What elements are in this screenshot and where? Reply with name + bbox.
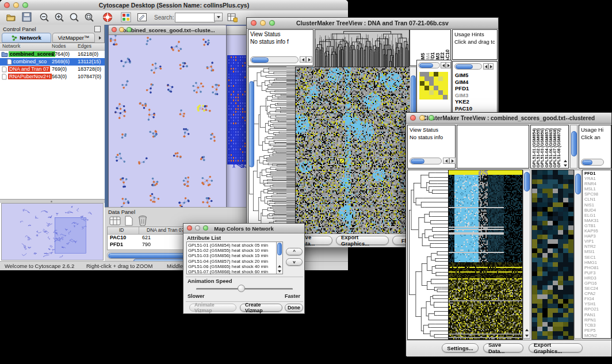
settings-button[interactable]: Settings... <box>442 343 479 352</box>
scroll-left-button[interactable] <box>483 63 488 70</box>
treeview1-titlebar[interactable]: ClusterMaker TreeView : DNA and Tran 07-… <box>247 18 498 29</box>
animate-vizmap-button[interactable]: Animate Vizmap <box>189 304 236 312</box>
gene-label[interactable]: PAC10 <box>455 105 472 112</box>
minimize-icon[interactable] <box>419 115 425 121</box>
gene-label[interactable]: NIS1 <box>584 202 599 208</box>
row-dendrogram[interactable] <box>407 170 449 340</box>
dialog-titlebar[interactable]: Map Colors to Network <box>183 224 304 233</box>
gene-label[interactable]: PFD1 <box>584 171 599 176</box>
gene-label[interactable]: FIG4 <box>584 296 599 301</box>
id-column-header[interactable]: ID <box>119 227 124 233</box>
col-network[interactable]: Network <box>2 43 20 49</box>
close-icon[interactable] <box>410 115 416 121</box>
gene-label[interactable]: PUF3 <box>584 270 599 275</box>
table-icon[interactable] <box>109 216 121 225</box>
zoom-window-icon[interactable] <box>203 225 208 231</box>
gene-label[interactable]: MAK31 <box>584 218 599 223</box>
gene-label[interactable]: VIP1 <box>584 239 599 244</box>
zoom-window-icon[interactable] <box>429 115 434 121</box>
done-button[interactable]: Done <box>285 304 303 312</box>
gene-label[interactable]: HMG1 <box>584 260 599 265</box>
gene-label[interactable]: HRD3 <box>584 275 599 281</box>
view-status-scrollbar[interactable] <box>250 56 299 63</box>
scroll-right-button[interactable] <box>449 158 456 164</box>
view-status-scrollbar[interactable] <box>410 158 442 164</box>
minimize-icon[interactable] <box>13 2 19 8</box>
minimize-icon[interactable] <box>119 27 124 32</box>
usage-hints-scrollbar[interactable] <box>581 159 604 166</box>
scroll-left-button[interactable] <box>300 56 306 63</box>
gene-label[interactable]: YKE2 <box>455 98 472 105</box>
scroll-right-button[interactable] <box>306 56 312 63</box>
scroll-right-button[interactable] <box>446 62 451 68</box>
gene-label[interactable]: GPI16 <box>584 281 599 286</box>
gene-label[interactable]: PFD1 <box>455 85 472 92</box>
gene-label[interactable]: PAN1 <box>584 312 599 317</box>
gene-label[interactable]: SEC24 <box>584 286 599 291</box>
panel-splitter[interactable] <box>0 199 105 203</box>
network-row[interactable]: combined_scores 2764(0) 16218(0) <box>0 51 105 58</box>
attribute-item[interactable]: GPL51-02 (GSM855) heat shock 10 min <box>188 248 275 253</box>
scroll-down-icon[interactable] <box>564 164 567 167</box>
scroll-right-button[interactable] <box>488 63 494 70</box>
search-input[interactable] <box>175 13 215 22</box>
gene-label[interactable]: GIM4 <box>455 79 472 86</box>
move-down-button[interactable]: v <box>286 258 303 266</box>
tab-overflow-button[interactable] <box>96 34 104 42</box>
attribute-item[interactable]: GPL51-04 (GSM857) heat shock 20 min <box>188 259 275 264</box>
scroll-left-button[interactable] <box>441 62 446 68</box>
zoom-window-icon[interactable] <box>127 27 132 32</box>
column-dendrogram[interactable] <box>315 29 410 67</box>
zoom-heatmap[interactable] <box>531 170 574 340</box>
close-icon[interactable] <box>112 27 117 32</box>
gene-label[interactable]: MSL1 <box>584 186 599 191</box>
scroll-down-icon[interactable] <box>525 335 529 337</box>
main-heatmap[interactable] <box>448 170 523 340</box>
help-ring-icon[interactable] <box>102 12 113 22</box>
window-controls[interactable] <box>4 2 28 8</box>
listbox-vscrollbar[interactable] <box>276 242 282 274</box>
gene-label[interactable]: RNR4 <box>584 181 599 186</box>
main-heatmap[interactable] <box>295 67 410 235</box>
zoom-window-icon[interactable] <box>269 20 275 26</box>
gene-label[interactable]: SEC1 <box>584 255 599 260</box>
gene-label[interactable]: PEP5 <box>584 328 599 333</box>
attribute-item[interactable]: GPL51-01 (GSM854) heat shock 05 min <box>188 243 275 248</box>
scroll-up-icon[interactable] <box>564 160 567 162</box>
export-graphics-button[interactable]: Export Graphics... <box>529 343 583 352</box>
vizmapper-icon[interactable] <box>121 12 131 22</box>
zoom-window-icon[interactable] <box>22 2 28 8</box>
create-vizmap-button[interactable]: Create Vizmap <box>240 304 282 312</box>
float-panel-icon[interactable] <box>94 26 101 32</box>
heatmap-vscrollbar[interactable] <box>523 170 530 339</box>
network-row[interactable]: DNA and Tran 07 769(0) 183728(0) <box>0 66 105 73</box>
gene-label[interactable]: GIM3 <box>455 92 472 99</box>
left-vscrollbar-thumb[interactable] <box>249 81 254 167</box>
zoom-in-icon[interactable] <box>54 12 64 22</box>
minimize-icon[interactable] <box>195 225 200 231</box>
zoom-fit-icon[interactable] <box>84 12 94 22</box>
scroll-down-icon[interactable] <box>278 270 281 273</box>
gene-label[interactable]: CLN1 <box>584 197 599 202</box>
network-row[interactable]: RNAPuberNov2+I 563(0) 107847(0) <box>0 73 105 81</box>
gene-label[interactable]: GTB1 <box>584 223 599 228</box>
col-edges[interactable]: Edges <box>78 43 91 49</box>
zoom-out-icon[interactable] <box>39 12 49 22</box>
close-icon[interactable] <box>187 225 192 231</box>
gene-label[interactable]: HAP3 <box>584 233 599 239</box>
matrix-hscrollbar[interactable] <box>418 62 440 68</box>
import-table-icon[interactable] <box>227 12 238 22</box>
tab-vizmapper[interactable]: VizMapper™ <box>52 33 95 43</box>
save-data-button[interactable]: Save Data... <box>483 343 523 352</box>
close-icon[interactable] <box>4 2 10 8</box>
labels-vscrollbar[interactable] <box>570 125 577 168</box>
gene-label[interactable]: MON2 <box>584 333 599 338</box>
gene-label[interactable]: BUD4 <box>584 208 599 213</box>
close-icon[interactable] <box>251 20 257 26</box>
new-document-icon[interactable] <box>124 216 133 226</box>
treeview2-column-dendrogram-area[interactable] <box>457 125 529 168</box>
dense-network-canvas[interactable] <box>227 55 248 168</box>
gene-label[interactable]: MSI1 <box>584 249 599 254</box>
tab-network[interactable]: Network <box>2 33 51 43</box>
gene-label[interactable]: CPA2 <box>584 291 599 296</box>
